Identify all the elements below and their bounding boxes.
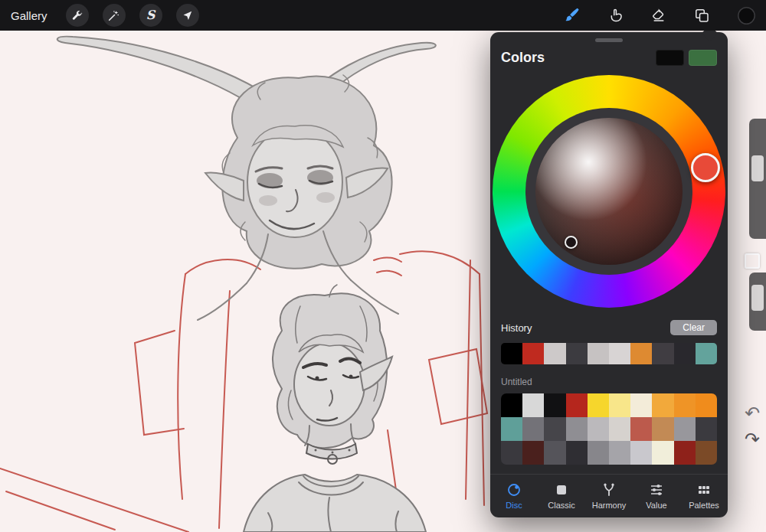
current-color-icon [738,7,755,24]
procreate-app: Gallery S [0,0,766,532]
saturation-selector[interactable] [565,236,578,249]
palette-swatch[interactable] [544,441,565,465]
history-swatch[interactable] [696,343,717,364]
transform-button[interactable] [176,4,199,27]
layers-icon [694,8,710,24]
current-color-secondary[interactable] [689,50,717,66]
palette-swatch[interactable] [674,417,696,441]
palette-swatch[interactable] [522,393,544,417]
history-label: History [501,322,532,334]
paintbrush-icon [564,7,581,24]
erase-button[interactable] [651,8,666,23]
palette-swatch[interactable] [544,393,565,417]
palette-grid [501,393,717,465]
palette-swatch[interactable] [652,393,673,417]
gallery-button[interactable]: Gallery [11,9,47,22]
history-swatch[interactable] [566,343,588,364]
classic-icon [554,482,569,498]
wrench-icon [70,9,83,22]
undo-icon[interactable]: ↶ [745,404,760,423]
history-swatch[interactable] [609,343,630,364]
brush-button[interactable] [564,7,581,24]
selection-button[interactable]: S [139,4,162,27]
palette-swatch[interactable] [696,441,717,465]
disc-icon [506,482,522,498]
hue-selector[interactable] [691,153,720,182]
color-button[interactable] [738,7,755,24]
modify-button[interactable] [745,253,760,269]
colors-panel: Colors History Clear Untitled [490,32,728,517]
layers-button[interactable] [694,8,710,24]
opacity-handle[interactable] [751,285,764,311]
transform-arrow-icon [181,9,194,22]
palette-swatch[interactable] [588,417,609,441]
history-swatch[interactable] [674,343,696,364]
history-swatch[interactable] [652,343,673,364]
redo-icon[interactable]: ↷ [745,430,760,449]
palette-swatch[interactable] [566,441,588,465]
actions-button[interactable] [66,4,89,27]
palette-swatch[interactable] [501,393,522,417]
brush-size-handle[interactable] [751,155,764,181]
smudge-button[interactable] [608,8,624,23]
magic-wand-icon [107,9,120,22]
palette-swatch[interactable] [696,417,717,441]
palette-swatch[interactable] [566,393,588,417]
smudge-finger-icon [608,8,624,23]
palette-swatch[interactable] [630,417,652,441]
color-wheel[interactable] [493,75,725,308]
palette-swatch[interactable] [630,393,652,417]
history-swatch[interactable] [630,343,652,364]
palette-swatch[interactable] [609,417,630,441]
palette-swatch[interactable] [566,417,588,441]
history-swatches [501,343,717,364]
palette-swatch[interactable] [674,393,696,417]
palette-swatch[interactable] [501,441,522,465]
palette-swatch[interactable] [630,441,652,465]
color-mode-tabbar: Disc Classic Harmony [490,474,728,517]
colors-title: Colors [501,50,545,66]
tab-value[interactable]: Value [633,482,680,510]
clear-history-button[interactable]: Clear [670,320,717,335]
harmony-icon [601,482,617,498]
opacity-slider[interactable] [749,273,766,331]
palette-swatch[interactable] [522,417,544,441]
palette-swatch[interactable] [674,441,696,465]
history-swatch[interactable] [522,343,544,364]
palette-swatch[interactable] [652,417,673,441]
palette-swatch[interactable] [588,441,609,465]
palette-swatch[interactable] [588,393,609,417]
palette-swatch[interactable] [544,417,565,441]
current-color-primary[interactable] [656,50,684,66]
palette-swatch[interactable] [652,441,673,465]
top-toolbar: Gallery S [0,0,766,31]
adjustments-button[interactable] [103,4,126,27]
palette-swatch[interactable] [696,393,717,417]
selection-s-icon: S [146,9,155,21]
palette-swatch[interactable] [609,441,630,465]
history-swatch[interactable] [544,343,565,364]
history-swatch[interactable] [588,343,609,364]
palette-swatch[interactable] [522,441,544,465]
history-swatch[interactable] [501,343,522,364]
eraser-icon [651,8,666,23]
value-icon [649,482,664,498]
tab-classic[interactable]: Classic [538,482,585,510]
palette-swatch[interactable] [609,393,630,417]
palettes-icon [696,482,712,498]
tab-disc[interactable]: Disc [490,482,538,510]
tab-harmony[interactable]: Harmony [585,482,633,510]
tab-palettes[interactable]: Palettes [680,482,728,510]
palette-swatch[interactable] [501,417,522,441]
saturation-brightness-disc[interactable] [535,118,683,265]
palette-name: Untitled [501,377,717,387]
brush-size-slider[interactable] [749,119,766,239]
